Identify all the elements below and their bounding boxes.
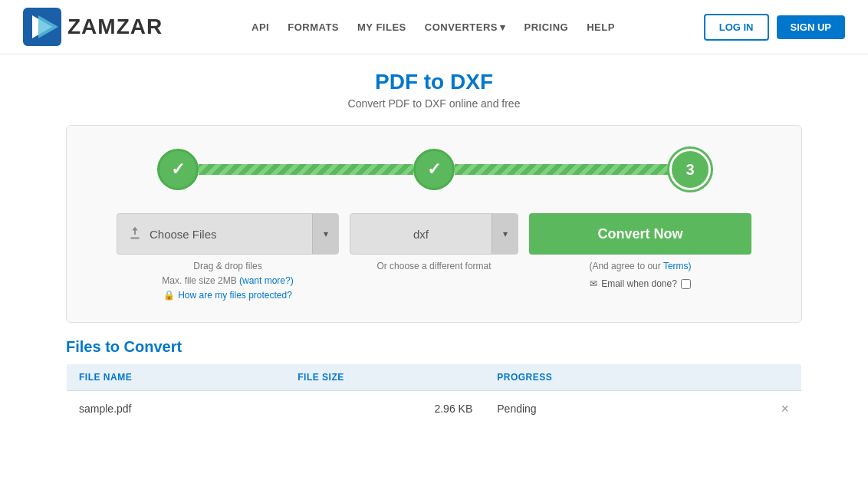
choose-files-button[interactable]: Choose Files ▾ — [117, 213, 339, 255]
header: ZAMZAR API FORMATS MY FILES CONVERTERS ▾… — [0, 0, 868, 54]
format-value: dxf — [350, 228, 492, 241]
convert-button[interactable]: Convert Now — [529, 213, 751, 255]
chevron-down-icon: ▾ — [503, 228, 508, 239]
chevron-down-icon: ▾ — [500, 21, 506, 33]
main-nav: API FORMATS MY FILES CONVERTERS ▾ PRICIN… — [252, 21, 615, 33]
nav-converters[interactable]: CONVERTERS ▾ — [425, 21, 506, 33]
logo-icon — [23, 8, 61, 46]
upload-icon — [127, 225, 143, 242]
logo-text: ZAMZAR — [67, 15, 163, 39]
format-select-wrap: dxf ▾ Or choose a different format — [350, 213, 518, 274]
file-progress: Pending — [485, 390, 709, 426]
envelope-icon: ✉ — [590, 277, 597, 291]
login-button[interactable]: LOG IN — [704, 14, 769, 41]
converter-box: ✓ ✓ 3 Choose Files ▾ — [66, 125, 802, 323]
step-3-label: 3 — [686, 161, 694, 179]
agree-text: (And agree to our — [589, 261, 660, 271]
convert-wrap: Convert Now (And agree to our Terms) ✉ E… — [529, 213, 751, 291]
files-table: FILE NAME FILE SIZE PROGRESS sample.pdf … — [66, 363, 802, 427]
email-when-done-label: Email when done? — [601, 277, 677, 291]
file-remove-cell: × — [709, 390, 802, 426]
convert-helpers: (And agree to our Terms) ✉ Email when do… — [589, 259, 691, 291]
want-more-link[interactable]: (want more?) — [239, 275, 294, 286]
logo[interactable]: ZAMZAR — [23, 8, 163, 46]
step-1: ✓ — [157, 149, 199, 190]
format-dropdown-arrow[interactable]: ▾ — [492, 213, 518, 255]
nav-pricing[interactable]: PRICING — [524, 21, 569, 33]
files-heading: Files to Convert — [66, 338, 802, 356]
file-size: 2.96 KB — [285, 390, 485, 426]
remove-file-button[interactable]: × — [781, 402, 789, 416]
file-protection-link[interactable]: How are my files protected? — [178, 288, 292, 303]
col-actions — [709, 363, 802, 390]
nav-converters-label: CONVERTERS — [425, 21, 498, 33]
files-table-header: FILE NAME FILE SIZE PROGRESS — [67, 363, 802, 390]
nav-my-files[interactable]: MY FILES — [357, 21, 406, 33]
auth-buttons: LOG IN SIGN UP — [704, 14, 845, 41]
files-heading-plain: Files to — [66, 338, 124, 355]
col-progress: PROGRESS — [485, 363, 709, 390]
or-choose-label: Or choose a different format — [376, 259, 491, 274]
email-row: ✉ Email when done? — [589, 277, 691, 291]
lock-icon: 🔒 — [163, 288, 175, 303]
nav-api[interactable]: API — [252, 21, 269, 33]
format-select[interactable]: dxf ▾ — [350, 213, 518, 255]
format-helper: Or choose a different format — [376, 259, 491, 274]
nav-help[interactable]: HELP — [587, 21, 615, 33]
terms-link[interactable]: Terms) — [663, 261, 692, 271]
choose-files-dropdown-arrow[interactable]: ▾ — [312, 213, 338, 255]
choose-files-label: Choose Files — [150, 228, 217, 241]
page-title: PDF to DXF — [0, 70, 868, 94]
choose-files-main: Choose Files — [117, 225, 306, 242]
controls-row: Choose Files ▾ Drag & drop files Max. fi… — [90, 213, 778, 304]
step-2-check: ✓ — [427, 159, 441, 179]
file-name: sample.pdf — [67, 390, 286, 426]
col-filesize: FILE SIZE — [285, 363, 485, 390]
step-connector-2 — [455, 164, 669, 175]
nav-formats[interactable]: FORMATS — [288, 21, 339, 33]
page-title-area: PDF to DXF Convert PDF to DXF online and… — [0, 54, 868, 117]
step-2: ✓ — [413, 149, 455, 190]
signup-button[interactable]: SIGN UP — [777, 15, 845, 39]
files-tbody: sample.pdf 2.96 KB Pending × — [67, 390, 802, 426]
steps-row: ✓ ✓ 3 — [90, 149, 778, 190]
col-filename: FILE NAME — [67, 363, 286, 390]
step-3: 3 — [669, 149, 711, 190]
email-checkbox[interactable] — [681, 279, 691, 289]
page-subtitle: Convert PDF to DXF online and free — [0, 97, 868, 110]
files-heading-colored: Convert — [124, 338, 182, 355]
max-size-label: Max. file size 2MB — [162, 275, 236, 286]
drag-drop-text: Drag & drop files Max. file size 2MB (wa… — [162, 259, 293, 304]
choose-files-wrap: Choose Files ▾ Drag & drop files Max. fi… — [117, 213, 339, 304]
step-1-check: ✓ — [171, 159, 185, 179]
table-row: sample.pdf 2.96 KB Pending × — [67, 390, 802, 426]
files-section: Files to Convert FILE NAME FILE SIZE PRO… — [66, 338, 802, 450]
step-connector-1 — [199, 164, 413, 175]
chevron-down-icon: ▾ — [324, 228, 328, 239]
